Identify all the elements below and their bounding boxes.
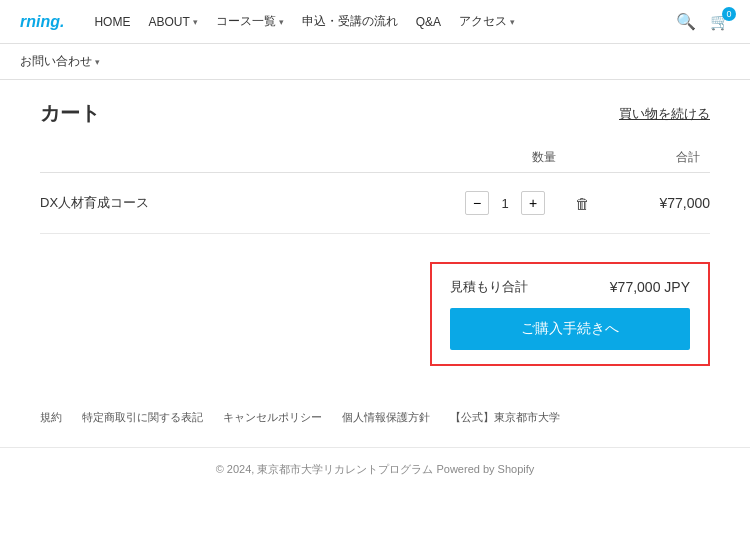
summary-label: 見積もり合計 — [450, 278, 528, 296]
summary-total-row: 見積もり合計 ¥77,000 JPY — [450, 278, 690, 296]
footer-copyright: © 2024, 東京都市大学リカレントプログラム Powered by Shop… — [216, 463, 535, 475]
footer-link-privacy[interactable]: 個人情報保護方針 — [342, 410, 430, 425]
continue-shopping-link[interactable]: 買い物を続ける — [619, 105, 710, 123]
trash-icon: 🗑 — [575, 195, 590, 212]
nav-about[interactable]: ABOUT ▾ — [148, 15, 197, 29]
summary-value: ¥77,000 JPY — [610, 279, 690, 295]
qty-decrease-button[interactable]: − — [465, 191, 489, 215]
quantity-control: − 1 + — [465, 191, 545, 215]
search-button[interactable]: 🔍 — [676, 12, 696, 31]
nav-links: HOME ABOUT ▾ コース一覧 ▾ 申込・受講の流れ Q&A アクセス ▾ — [94, 13, 676, 30]
qty-increase-button[interactable]: + — [521, 191, 545, 215]
checkout-button[interactable]: ご購入手続きへ — [450, 308, 690, 350]
nav-access[interactable]: アクセス ▾ — [459, 13, 515, 30]
page-title: カート — [40, 100, 100, 127]
nav-contact[interactable]: お問い合わせ ▾ — [20, 53, 100, 70]
nav-top: rning. HOME ABOUT ▾ コース一覧 ▾ 申込・受講の流れ Q&A… — [0, 0, 750, 80]
logo[interactable]: rning. — [20, 13, 64, 31]
summary-container: 見積もり合計 ¥77,000 JPY ご購入手続きへ — [40, 262, 710, 366]
footer-link-university[interactable]: 【公式】東京都市大学 — [450, 410, 560, 425]
nav-courses[interactable]: コース一覧 ▾ — [216, 13, 284, 30]
delete-item-button[interactable]: 🗑 — [575, 195, 590, 212]
footer-link-cancel[interactable]: キャンセルポリシー — [223, 410, 322, 425]
footer-bottom: © 2024, 東京都市大学リカレントプログラム Powered by Shop… — [0, 447, 750, 491]
chevron-down-icon: ▾ — [510, 17, 515, 27]
col-total-label: 合計 — [676, 149, 700, 166]
nav-icons: 🔍 🛒 0 — [676, 12, 730, 31]
qty-value: 1 — [495, 196, 515, 211]
footer-link-terms[interactable]: 規約 — [40, 410, 62, 425]
cart-badge: 0 — [722, 7, 736, 21]
main-content: カート 買い物を続ける 数量 合計 DX人材育成コース − 1 + 🗑 ¥77,… — [0, 80, 750, 386]
cart-button[interactable]: 🛒 0 — [710, 12, 730, 31]
chevron-down-icon: ▾ — [193, 17, 198, 27]
footer-links: 規約 特定商取引に関する表記 キャンセルポリシー 個人情報保護方針 【公式】東京… — [0, 386, 750, 437]
chevron-down-icon: ▾ — [279, 17, 284, 27]
cart-table-header: 数量 合計 — [40, 143, 710, 173]
nav-enrollment[interactable]: 申込・受講の流れ — [302, 13, 398, 30]
col-qty-label: 数量 — [532, 149, 556, 166]
search-icon: 🔍 — [676, 13, 696, 30]
nav-bottom: お問い合わせ ▾ — [0, 44, 750, 80]
footer-link-commerce[interactable]: 特定商取引に関する表記 — [82, 410, 203, 425]
cart-item-row: DX人材育成コース − 1 + 🗑 ¥77,000 — [40, 173, 710, 234]
item-name: DX人材育成コース — [40, 194, 465, 212]
chevron-down-icon: ▾ — [95, 57, 100, 67]
cart-header-row: カート 買い物を続ける — [40, 100, 710, 127]
nav-qa[interactable]: Q&A — [416, 15, 441, 29]
summary-box: 見積もり合計 ¥77,000 JPY ご購入手続きへ — [430, 262, 710, 366]
nav-home[interactable]: HOME — [94, 15, 130, 29]
item-total: ¥77,000 — [630, 195, 710, 211]
